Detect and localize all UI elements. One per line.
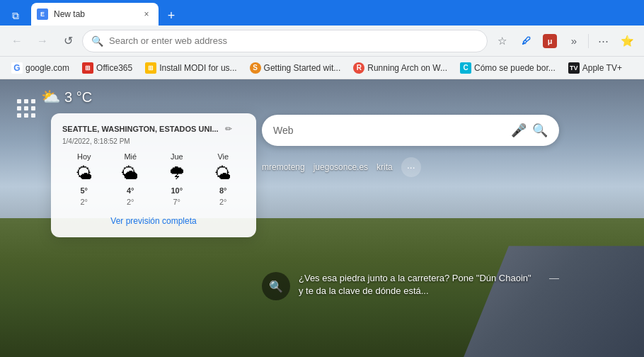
- tab-bar: ⧉ E New tab × +: [0, 0, 644, 26]
- favorites-star-button[interactable]: ⭐: [616, 30, 638, 52]
- bookmark-label-getting-started: Getting Started wit...: [264, 63, 341, 73]
- weather-day-3: Vie 🌤 8° 2°: [202, 152, 246, 206]
- tab-close-button[interactable]: ×: [140, 8, 153, 21]
- page-search-placeholder: Web: [273, 125, 505, 136]
- address-search-icon: 🔍: [91, 35, 103, 47]
- quick-link-2[interactable]: krita: [376, 162, 393, 172]
- apps-grid-button[interactable]: [14, 96, 37, 119]
- grid-dot: [24, 99, 28, 103]
- weather-current-icon: ⛅: [41, 88, 60, 106]
- weather-day-low-1: 2°: [127, 198, 134, 206]
- story-text: ¿Ves esa piedra junto a la carretera? Po…: [299, 272, 535, 298]
- page-search-bar[interactable]: Web 🎤 🔍: [262, 115, 559, 146]
- active-tab[interactable]: E New tab ×: [31, 3, 159, 26]
- story-close-button[interactable]: —: [549, 272, 559, 283]
- back-button[interactable]: ←: [6, 30, 28, 52]
- weather-datetime: 1/4/2022, 8:18:52 PM: [62, 137, 245, 145]
- story-card: 🔍 ¿Ves esa piedra junto a la carretera? …: [262, 272, 559, 300]
- bookmark-apple[interactable]: TV Apple TV+: [563, 60, 628, 76]
- weather-day-icon-3: 🌤: [214, 164, 231, 183]
- weather-day-high-0: 5°: [80, 186, 88, 195]
- grid-dot: [31, 99, 35, 103]
- weather-day-low-2: 7°: [173, 198, 180, 206]
- weather-location-text: SEATTLE, WASHINGTON, ESTADOS UNI...: [62, 125, 219, 133]
- tab-bar-left: ⧉: [6, 6, 25, 26]
- bookmark-label-google: google.com: [25, 63, 69, 73]
- ublock-icon: μ: [543, 34, 557, 48]
- grid-dot: [17, 106, 21, 110]
- browser-frame: ⧉ E New tab × + ← → ↺ 🔍 ☆ 🖊 μ » ⋯: [0, 0, 644, 357]
- weather-day-icon-0: 🌤: [76, 164, 93, 183]
- toolbar-icons: ☆ 🖊 μ » ⋯ ⭐: [490, 30, 638, 52]
- weather-day-1: Mié 🌥 4° 2°: [109, 152, 153, 206]
- grid-dot: [17, 99, 21, 103]
- bookmark-modi[interactable]: ⊞ Install MODI for us...: [139, 60, 242, 76]
- bookmark-label-office365: Office365: [96, 63, 132, 73]
- edge-collections-button[interactable]: 🖊: [514, 30, 537, 52]
- bookmark-favicon-como: C: [460, 62, 471, 74]
- settings-button[interactable]: ⋯: [592, 30, 614, 52]
- weather-day-high-3: 8°: [219, 186, 227, 195]
- forward-button[interactable]: →: [31, 30, 54, 52]
- weather-card: SEATTLE, WASHINGTON, ESTADOS UNI... ✏ 1/…: [51, 113, 256, 237]
- tab-favicon: E: [37, 8, 48, 20]
- weather-forecast-link: Ver previsión completa: [62, 213, 245, 229]
- bookmark-favicon-running-arch: R: [353, 62, 364, 74]
- weather-day-0: Hoy 🌤 5° 2°: [62, 152, 106, 206]
- weather-edit-button[interactable]: ✏: [222, 122, 236, 136]
- extensions-more-button[interactable]: »: [563, 30, 585, 52]
- grid-dot: [31, 106, 35, 110]
- grid-dot: [17, 113, 21, 118]
- bookmark-office365[interactable]: ⊞ Office365: [76, 60, 138, 76]
- story-search-icon: 🔍: [262, 272, 290, 300]
- toolbar-divider: [588, 34, 589, 48]
- bookmark-favicon-google: G: [11, 62, 23, 74]
- tab-title: New tab: [54, 9, 134, 19]
- tab-switcher-button[interactable]: ⧉: [6, 6, 25, 26]
- bookmark-como[interactable]: C Cómo se puede bor...: [454, 60, 561, 76]
- bookmark-favicon-getting-started: S: [250, 62, 261, 74]
- quick-link-1[interactable]: juegosonce.es: [314, 162, 368, 172]
- weather-day-icon-2: 🌩: [168, 164, 185, 183]
- address-bar[interactable]: 🔍: [82, 30, 488, 52]
- bookmark-favicon-apple: TV: [568, 62, 580, 74]
- weather-day-name-1: Mié: [124, 152, 137, 161]
- weather-location: SEATTLE, WASHINGTON, ESTADOS UNI... ✏: [62, 122, 245, 136]
- bookmark-label-apple: Apple TV+: [582, 63, 622, 73]
- grid-dot: [31, 113, 35, 118]
- new-tab-button[interactable]: +: [161, 6, 181, 26]
- favorites-icon-button[interactable]: ☆: [490, 30, 513, 52]
- grid-dot: [24, 106, 28, 110]
- address-input[interactable]: [109, 35, 478, 46]
- weather-day-high-1: 4°: [127, 186, 134, 195]
- weather-day-icon-1: 🌥: [122, 164, 139, 183]
- refresh-button[interactable]: ↺: [57, 30, 79, 52]
- bookmarks-bar: G google.com ⊞ Office365 ⊞ Install MODI …: [0, 57, 644, 79]
- bookmark-favicon-office365: ⊞: [82, 62, 93, 74]
- weather-day-low-0: 2°: [80, 198, 88, 206]
- bookmark-favicon-modi: ⊞: [145, 62, 156, 74]
- bookmark-google[interactable]: G google.com: [6, 60, 75, 76]
- toolbar: ← → ↺ 🔍 ☆ 🖊 μ » ⋯ ⭐: [0, 26, 644, 57]
- weather-day-name-3: Vie: [217, 152, 229, 161]
- grid-dot: [24, 113, 28, 118]
- weather-forecast-button[interactable]: Ver previsión completa: [105, 213, 202, 229]
- page-search-submit-icon[interactable]: 🔍: [532, 123, 548, 138]
- ublock-button[interactable]: μ: [539, 30, 561, 52]
- bookmark-running-arch[interactable]: R Running Arch on W...: [347, 60, 453, 76]
- main-content: ⛅ 3 °C SEATTLE, WASHINGTON, ESTADOS UNI.…: [0, 79, 644, 357]
- weather-current-temp: 3 °C: [64, 89, 92, 106]
- quick-links: mremoteng juegosonce.es krita ···: [262, 157, 421, 177]
- page-search-mic-icon[interactable]: 🎤: [511, 123, 527, 138]
- bookmark-getting-started[interactable]: S Getting Started wit...: [244, 60, 347, 76]
- weather-day-high-2: 10°: [171, 186, 183, 195]
- quick-link-0[interactable]: mremoteng: [262, 162, 305, 172]
- weather-current[interactable]: ⛅ 3 °C: [41, 88, 92, 106]
- bookmark-label-running-arch: Running Arch on W...: [367, 63, 447, 73]
- weather-day-name-0: Hoy: [77, 152, 91, 161]
- bookmark-label-modi: Install MODI for us...: [159, 63, 236, 73]
- quick-links-more-button[interactable]: ···: [401, 157, 421, 177]
- bookmark-label-como: Cómo se puede bor...: [474, 63, 556, 73]
- weather-days: Hoy 🌤 5° 2° Mié 🌥 4° 2° Jue 🌩 10° 7°: [62, 152, 245, 206]
- weather-day-2: Jue 🌩 10° 7°: [155, 152, 199, 206]
